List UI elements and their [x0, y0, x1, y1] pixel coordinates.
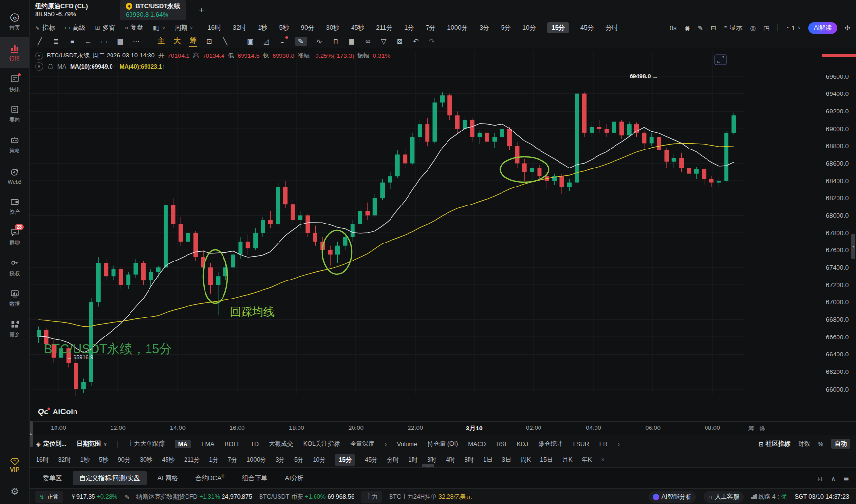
chips-gold[interactable]: 筹: [189, 37, 197, 47]
sidebar-item-vip[interactable]: VIP: [10, 458, 19, 473]
period-bottom-45秒[interactable]: 45秒: [162, 456, 175, 464]
period-bottom-211分[interactable]: 211分: [184, 456, 200, 464]
chart-type-button[interactable]: ▮▯∨: [153, 24, 165, 31]
period-90分[interactable]: 90分: [301, 23, 314, 32]
big-chart-gold[interactable]: 大: [173, 37, 181, 46]
note-tool[interactable]: ▦: [348, 37, 355, 45]
indicator-MA[interactable]: MA: [175, 440, 191, 448]
replay-button[interactable]: «复盘: [125, 23, 143, 32]
period-bottom-3时[interactable]: 3时: [427, 456, 436, 464]
trash-tool[interactable]: ⊠: [396, 37, 404, 45]
customer-service-button[interactable]: ∩人工客服: [704, 491, 744, 503]
collapse-chevron-icon[interactable]: ∨: [35, 62, 43, 71]
indicator-爆仓统计[interactable]: 爆仓统计: [539, 440, 563, 448]
ai-analysis-button[interactable]: AI智能分析: [649, 491, 696, 503]
period-7分[interactable]: 7分: [426, 23, 435, 32]
nasdaq-ticker[interactable]: 纳斯达克指数期货CFD +1.31% 24,970.875: [136, 493, 252, 501]
indicator-TD[interactable]: TD: [250, 441, 259, 448]
chart-area[interactable]: 69600.069400.069200.069000.068800.068600…: [29, 48, 856, 421]
period-bottom-5秒[interactable]: 5秒: [99, 456, 108, 464]
period-bottom-15分[interactable]: 15分: [335, 454, 355, 466]
tab-合约DCA[interactable]: 合约DCA®: [188, 471, 231, 485]
collapse-up-icon[interactable]: ∧: [831, 475, 836, 483]
sidebar-item-行情[interactable]: 行情: [0, 37, 29, 68]
indicator-LSUR[interactable]: LSUR: [573, 441, 589, 448]
indicator-KOL关注指标[interactable]: KOL关注指标: [303, 440, 340, 448]
btc-ticker[interactable]: BTC/USDT 币安 +1.60% 69,968.56: [259, 493, 354, 501]
collapse-chevron-icon[interactable]: ∨: [35, 52, 43, 60]
right-panel-handle[interactable]: ◂: [851, 234, 855, 259]
more-tools[interactable]: ⋯: [132, 37, 140, 45]
period-45秒[interactable]: 45秒: [351, 23, 364, 32]
new-pane-icon[interactable]: ⊟: [711, 24, 716, 32]
settings-gear-icon[interactable]: ⚙: [10, 486, 19, 497]
share-icon[interactable]: ✣: [845, 24, 850, 32]
period-分时[interactable]: 分时: [605, 23, 618, 32]
period-bottom-周K[interactable]: 周K: [521, 456, 531, 464]
advanced-button[interactable]: ▭高级: [65, 23, 85, 32]
sidebar-item-策略[interactable]: 策略: [0, 130, 29, 160]
sidebar-item-快讯[interactable]: 快讯: [0, 68, 29, 99]
fullscreen-icon[interactable]: ◳: [763, 24, 769, 32]
period-bottom-月K[interactable]: 月K: [562, 456, 573, 464]
period-bottom-1时[interactable]: 1时: [409, 456, 418, 464]
main-chart-gold[interactable]: 主: [157, 37, 165, 46]
panel-menu-icon[interactable]: ≣: [843, 475, 849, 483]
sidebar-item-要闻[interactable]: 要闻: [0, 99, 29, 130]
channel-tool[interactable]: ▤: [116, 37, 124, 45]
ai-interpret-button[interactable]: AI解读: [808, 22, 837, 34]
watchlist-symbol[interactable]: 纽约原油CFD (CL) 88.950 -6.79%: [35, 2, 88, 18]
magnet-tool[interactable]: ◒: [279, 37, 286, 45]
draw-pencil-icon[interactable]: ✎: [698, 24, 703, 32]
tab-组合下单[interactable]: 组合下单: [235, 471, 274, 485]
network-status-badge[interactable]: ↯正常: [35, 491, 63, 503]
layout-count-dropdown[interactable]: ◔1∨: [785, 24, 800, 32]
period-5秒[interactable]: 5秒: [279, 23, 289, 32]
tab-自定义指标/回测/实盘[interactable]: 自定义指标/回测/实盘: [73, 471, 147, 485]
period-bottom-16时[interactable]: 16时: [36, 456, 49, 464]
arrow-tool[interactable]: ←: [84, 37, 92, 45]
display-menu[interactable]: ≡显示: [724, 23, 743, 32]
scroll-chevron-icon[interactable]: ›: [618, 441, 620, 448]
indicator-定位到...[interactable]: ◈定位到...: [36, 440, 67, 448]
lock-tool[interactable]: ⊓: [332, 37, 339, 45]
sidebar-item-数据[interactable]: 数据: [0, 283, 29, 314]
indicator-全量深度[interactable]: 全量深度: [350, 440, 374, 448]
period-bottom-分时[interactable]: 分时: [387, 456, 399, 464]
chart-option-社区指标[interactable]: ⊡社区指标: [758, 440, 790, 448]
period-1000分[interactable]: 1000分: [447, 23, 468, 32]
indicator-RSI[interactable]: RSI: [496, 441, 506, 448]
period-32时[interactable]: 32时: [233, 23, 246, 32]
period-45分[interactable]: 45分: [580, 23, 594, 32]
period-bottom-30秒[interactable]: 30秒: [140, 456, 152, 464]
period-bottom-10分[interactable]: 10分: [313, 456, 326, 464]
levels-tool[interactable]: ≡: [68, 37, 76, 45]
chart-option-%[interactable]: %: [818, 441, 823, 448]
sidebar-item-授权[interactable]: 授权: [0, 252, 29, 283]
indicator-EMA[interactable]: EMA: [201, 441, 214, 448]
period-15分[interactable]: 15分: [547, 22, 568, 33]
sidebar-item-Web3[interactable]: Web3: [0, 160, 29, 191]
filter-tool[interactable]: ▽: [380, 37, 388, 45]
restore-pane-icon[interactable]: ⊡: [817, 475, 823, 483]
period-bottom-1000分[interactable]: 1000分: [246, 456, 266, 464]
link-tool[interactable]: ∞: [364, 37, 372, 45]
pen-tool[interactable]: ✎: [295, 37, 307, 46]
period-30秒[interactable]: 30秒: [326, 23, 339, 32]
indicator-日期范围[interactable]: 日期范围∨: [77, 440, 107, 448]
edit-ticker-icon[interactable]: ✎: [124, 493, 129, 501]
period-bottom-年K[interactable]: 年K: [582, 456, 592, 464]
period-5分[interactable]: 5分: [501, 23, 511, 32]
rect-tool[interactable]: ▭: [100, 37, 108, 45]
period-1秒[interactable]: 1秒: [258, 23, 268, 32]
time-axis[interactable]: 筹爆 10:0012:0014:0016:0018:0020:0022:003月…: [29, 421, 856, 435]
period-bottom-4时[interactable]: 4时: [446, 456, 455, 464]
period-bottom-1分[interactable]: 1分: [209, 456, 218, 464]
fib-tool[interactable]: ≣: [52, 37, 60, 45]
screenshot-camera-icon[interactable]: ◉: [684, 24, 689, 32]
period-bottom-3分[interactable]: 3分: [276, 456, 285, 464]
period-bottom-1日[interactable]: 1日: [484, 456, 493, 464]
redo[interactable]: ↷: [428, 37, 436, 45]
axis-toggle-筹[interactable]: 筹: [748, 425, 755, 433]
indicator-Volume[interactable]: Volume: [397, 441, 417, 448]
